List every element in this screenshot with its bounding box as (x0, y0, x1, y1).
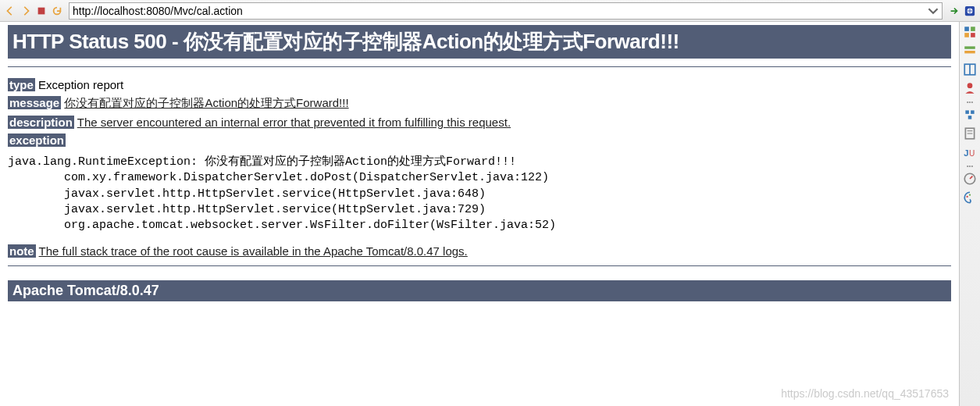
url-dropdown-icon[interactable] (928, 5, 939, 16)
message-value: 你没有配置对应的子控制器Action的处理方式Forward!!! (64, 96, 348, 109)
tasks-icon[interactable] (963, 44, 977, 58)
type-label: type (8, 78, 35, 91)
svg-point-23 (969, 194, 971, 196)
junit-icon[interactable]: JU (963, 145, 977, 159)
panel-separator: ••• (963, 100, 977, 103)
svg-rect-3 (964, 27, 969, 31)
type-value: Exception report (35, 78, 123, 91)
url-bar (69, 2, 943, 20)
svg-rect-8 (964, 51, 975, 53)
svg-line-21 (970, 176, 972, 179)
db-icon[interactable] (963, 108, 977, 122)
svg-rect-5 (964, 33, 969, 37)
type-row: type Exception report (8, 78, 951, 91)
svg-rect-14 (968, 116, 972, 119)
svg-rect-12 (965, 110, 969, 114)
panel-separator: ••• (963, 164, 977, 167)
message-label: message (8, 96, 61, 109)
svg-point-11 (968, 83, 973, 88)
svg-text:J: J (964, 148, 968, 158)
svg-rect-0 (38, 7, 45, 14)
page-content: HTTP Status 500 - 你没有配置对应的子控制器Action的处理方… (0, 22, 959, 406)
description-label: description (8, 116, 74, 129)
doc-icon[interactable] (963, 126, 977, 141)
refresh-icon[interactable] (50, 4, 64, 18)
message-row: message 你没有配置对应的子控制器Action的处理方式Forward!!… (8, 96, 951, 111)
content-wrapper: HTTP Status 500 - 你没有配置对应的子控制器Action的处理方… (0, 22, 980, 406)
divider (8, 66, 951, 67)
browser-toolbar (0, 0, 980, 22)
ide-right-panel: ••• JU ••• (959, 22, 980, 406)
note-row: note The full stack trace of the root ca… (8, 244, 951, 258)
svg-rect-6 (971, 33, 975, 37)
description-value: The server encountered an internal error… (77, 116, 511, 129)
browser-globe-icon[interactable] (963, 4, 977, 18)
stop-icon[interactable] (34, 4, 48, 18)
note-label: note (8, 244, 36, 258)
svg-rect-4 (971, 27, 975, 31)
svg-rect-13 (971, 110, 975, 114)
exception-row: exception (8, 134, 951, 147)
person-icon[interactable] (963, 81, 977, 95)
description-row: description The server encountered an in… (8, 116, 951, 129)
url-input[interactable] (73, 5, 928, 17)
server-footer: Apache Tomcat/8.0.47 (8, 280, 951, 301)
svg-rect-7 (964, 46, 975, 48)
gauge-icon[interactable] (963, 172, 977, 186)
exception-label: exception (8, 134, 66, 147)
outline-icon[interactable] (963, 25, 977, 39)
svg-point-22 (967, 196, 968, 198)
back-icon[interactable] (3, 4, 17, 18)
note-value: The full stack trace of the root cause i… (39, 244, 468, 258)
http-status-title: HTTP Status 500 - 你没有配置对应的子控制器Action的处理方… (8, 25, 951, 59)
palette-icon[interactable] (963, 191, 977, 205)
divider (8, 265, 951, 266)
layout-icon[interactable] (963, 62, 977, 77)
go-icon[interactable] (947, 4, 961, 18)
svg-text:U: U (969, 149, 975, 158)
stack-trace: java.lang.RuntimeException: 你没有配置对应的子控制器… (8, 155, 951, 233)
forward-icon[interactable] (19, 4, 33, 18)
